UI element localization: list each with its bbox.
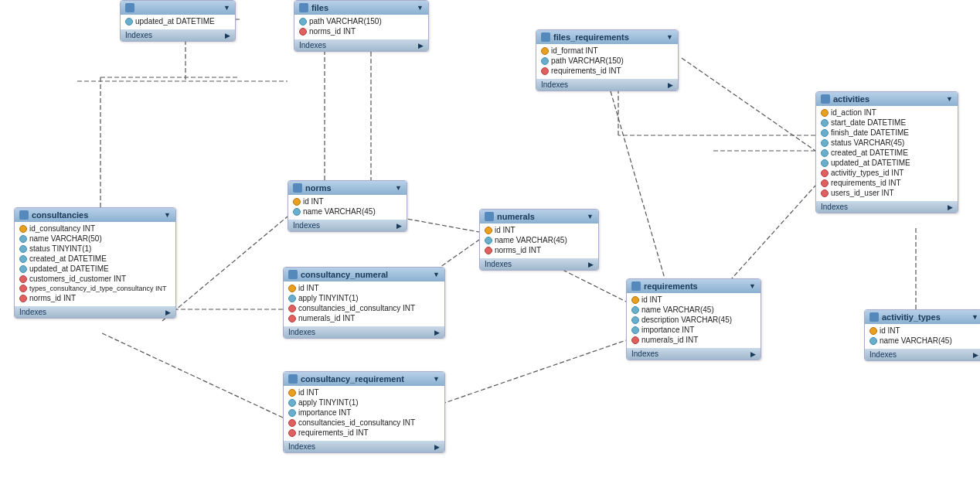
table-header-consultancy-numeral: consultancy_numeral ▼ (284, 268, 444, 281)
field-icon (288, 285, 296, 292)
field-row: id_action INT (816, 107, 958, 118)
table-title: consultancies (32, 210, 88, 220)
indexes-label: Indexes (288, 442, 315, 451)
field-text: updated_at DATETIME (29, 264, 109, 273)
indexes-row[interactable]: Indexes ▶ (15, 306, 175, 318)
indexes-row[interactable]: Indexes ▶ (121, 29, 235, 41)
table-body: id INT name VARCHAR(45) norms_id INT (480, 223, 598, 257)
header-arrow[interactable]: ▼ (223, 4, 230, 12)
indexes-row[interactable]: Indexes ▶ (536, 79, 678, 90)
indexes-arrow: ▶ (434, 329, 440, 336)
table-consultancy-requirement: consultancy_requirement ▼ id INT apply T… (283, 371, 445, 453)
field-text: finish_date DATETIME (831, 128, 909, 137)
table-title: consultancy_numeral (301, 270, 388, 279)
table-body: id INT name VARCHAR(45) (865, 324, 980, 347)
header-arrow[interactable]: ▼ (666, 33, 673, 41)
field-icon (288, 399, 296, 407)
field-icon (631, 296, 639, 304)
header-arrow[interactable]: ▼ (433, 271, 440, 278)
table-icon (869, 312, 879, 322)
table-numerals: numerals ▼ id INT name VARCHAR(45) norms… (479, 209, 599, 271)
field-text: created_at DATETIME (831, 148, 908, 157)
field-text: consultancies_id_consultancy INT (298, 304, 415, 312)
table-icon (288, 270, 298, 279)
table-title: activities (833, 94, 869, 104)
field-row: id INT (288, 196, 407, 206)
field-row: id_consultancy INT (15, 223, 175, 234)
field-text: id INT (495, 226, 516, 234)
field-icon (485, 237, 492, 244)
indexes-row[interactable]: Indexes ▶ (816, 201, 958, 213)
indexes-row[interactable]: Indexes ▶ (865, 349, 980, 360)
field-icon (19, 225, 27, 233)
header-arrow[interactable]: ▼ (164, 211, 171, 219)
field-row: apply TINYINT(1) (284, 397, 444, 408)
field-icon (19, 235, 27, 243)
svg-line-6 (556, 267, 626, 302)
table-body: id INT apply TINYINT(1) consultancies_id… (284, 281, 444, 325)
field-text: customers_id_customer INT (29, 275, 126, 283)
field-icon (869, 337, 877, 345)
table-icon (299, 3, 308, 12)
field-text: name VARCHAR(45) (641, 305, 714, 314)
field-icon (821, 139, 829, 147)
svg-line-2 (162, 217, 288, 321)
header-arrow[interactable]: ▼ (587, 213, 594, 220)
field-row: status TINYINT(1) (15, 244, 175, 254)
header-arrow[interactable]: ▼ (433, 375, 440, 383)
table-activitiy-types: activitiy_types ▼ id INT name VARCHAR(45… (864, 309, 980, 361)
field-icon (631, 336, 639, 344)
field-text: start_date DATETIME (831, 118, 906, 127)
field-row: consultancies_id_consultancy INT (284, 303, 444, 313)
indexes-row[interactable]: Indexes ▶ (294, 39, 428, 51)
field-text: name VARCHAR(45) (880, 336, 952, 345)
field-row: path VARCHAR(150) (294, 16, 428, 26)
field-row: consultancies_id_consultancy INT (284, 418, 444, 428)
field-row: activitiy_types_id INT (816, 168, 958, 178)
indexes-label: Indexes (125, 31, 152, 39)
field-row: importance INT (627, 325, 761, 335)
header-arrow[interactable]: ▼ (946, 95, 953, 103)
field-text: activitiy_types_id INT (831, 169, 903, 177)
field-icon (19, 295, 27, 302)
field-text: id INT (641, 295, 662, 304)
field-icon (288, 305, 296, 312)
indexes-row[interactable]: Indexes ▶ (480, 258, 598, 270)
table-consultancies: consultancies ▼ id_consultancy INT name … (14, 207, 176, 319)
field-icon (821, 189, 829, 197)
field-row: norms_id INT (15, 293, 175, 303)
field-row: norms_id INT (480, 245, 598, 255)
field-row: name VARCHAR(45) (627, 305, 761, 315)
indexes-label: Indexes (631, 350, 658, 358)
field-icon (631, 326, 639, 334)
field-row: start_date DATETIME (816, 118, 958, 128)
field-row: path VARCHAR(150) (536, 56, 678, 66)
indexes-arrow: ▶ (668, 81, 673, 89)
indexes-label: Indexes (869, 350, 897, 359)
field-icon (19, 275, 27, 283)
field-icon (541, 67, 549, 75)
field-row: importance INT (284, 408, 444, 418)
field-row: updated_at DATETIME (15, 264, 175, 274)
table-icon (125, 3, 134, 12)
field-row: name VARCHAR(45) (480, 235, 598, 245)
header-arrow[interactable]: ▼ (971, 313, 978, 321)
table-body: id INT name VARCHAR(45) description VARC… (627, 293, 761, 346)
table-icon (631, 281, 641, 291)
field-row: description VARCHAR(45) (627, 315, 761, 325)
indexes-row[interactable]: Indexes ▶ (284, 326, 444, 338)
header-arrow[interactable]: ▼ (417, 4, 424, 12)
table-icon (541, 32, 550, 42)
header-arrow[interactable]: ▼ (395, 184, 402, 192)
header-arrow[interactable]: ▼ (749, 282, 756, 290)
field-icon (821, 109, 829, 117)
indexes-row[interactable]: Indexes ▶ (288, 220, 407, 231)
indexes-label: Indexes (293, 221, 320, 230)
indexes-row[interactable]: Indexes ▶ (284, 441, 444, 452)
indexes-label: Indexes (19, 308, 46, 316)
field-row: updated_at DATETIME (121, 16, 235, 26)
indexes-row[interactable]: Indexes ▶ (627, 348, 761, 360)
field-icon (288, 389, 296, 397)
field-text: updated_at DATETIME (831, 159, 910, 167)
field-text: apply TINYINT(1) (298, 294, 359, 302)
